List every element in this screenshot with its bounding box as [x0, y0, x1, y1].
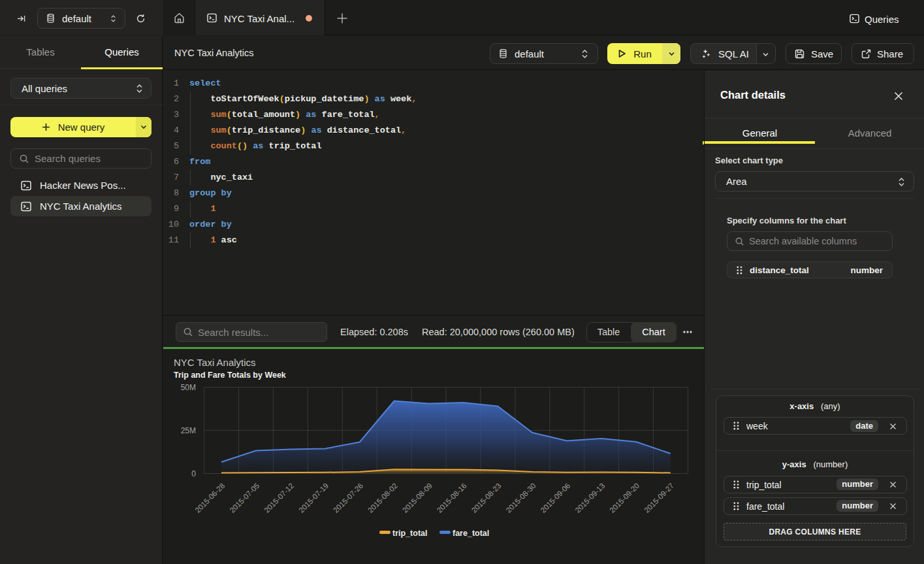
svg-text:2015-09-06: 2015-09-06	[539, 482, 571, 514]
svg-text:2015-07-26: 2015-07-26	[332, 482, 364, 514]
svg-text:25M: 25M	[181, 426, 196, 435]
svg-text:0: 0	[191, 469, 196, 478]
svg-text:2015-09-20: 2015-09-20	[608, 482, 641, 514]
svg-text:2015-08-02: 2015-08-02	[366, 482, 399, 514]
svg-text:50M: 50M	[181, 383, 196, 392]
svg-text:2015-09-13: 2015-09-13	[573, 482, 606, 514]
svg-text:2015-08-23: 2015-08-23	[470, 482, 503, 514]
svg-text:2015-07-19: 2015-07-19	[297, 482, 330, 514]
svg-text:2015-09-27: 2015-09-27	[643, 482, 675, 514]
svg-text:2015-08-09: 2015-08-09	[401, 482, 434, 514]
svg-text:2015-08-16: 2015-08-16	[436, 482, 468, 514]
svg-text:2015-07-12: 2015-07-12	[263, 482, 295, 514]
svg-text:trip_total: trip_total	[392, 529, 427, 538]
svg-text:2015-06-28: 2015-06-28	[193, 482, 226, 514]
svg-text:2015-08-30: 2015-08-30	[505, 482, 537, 514]
svg-text:fare_total: fare_total	[453, 529, 489, 538]
svg-text:2015-07-05: 2015-07-05	[228, 482, 261, 514]
